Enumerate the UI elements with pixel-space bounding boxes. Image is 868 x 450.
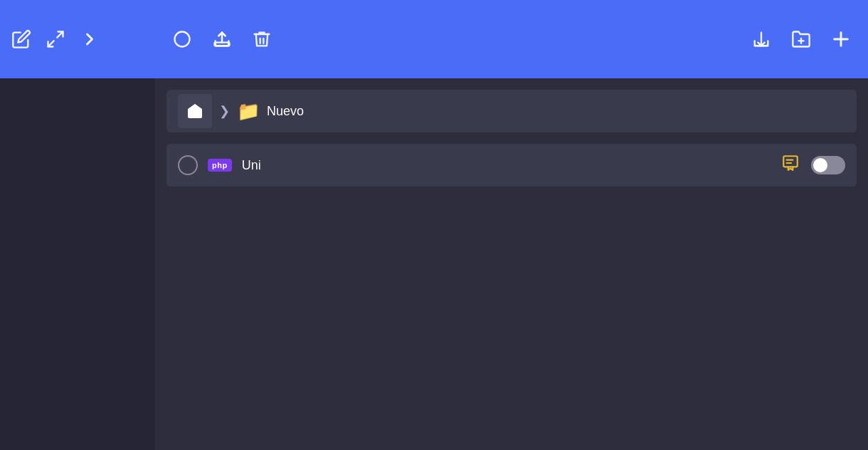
add-icon[interactable]: [831, 29, 851, 49]
svg-line-1: [48, 41, 54, 46]
file-name: Uni: [242, 158, 771, 173]
share-icon[interactable]: [212, 29, 232, 49]
expand-icon[interactable]: [46, 29, 65, 49]
sidebar: [0, 0, 155, 450]
comment-icon[interactable]: [781, 154, 800, 177]
file-item[interactable]: php Uni: [166, 144, 857, 187]
svg-point-2: [175, 32, 190, 47]
sidebar-toolbar: [0, 0, 155, 78]
circle-icon[interactable]: [172, 29, 192, 49]
php-badge: php: [208, 159, 232, 172]
file-radio[interactable]: [178, 155, 198, 175]
toggle-switch[interactable]: [811, 156, 845, 174]
toolbar-left-actions: [172, 29, 731, 49]
file-actions: [781, 154, 845, 177]
new-folder-icon[interactable]: [791, 29, 811, 49]
download-icon[interactable]: [751, 29, 771, 49]
forward-icon[interactable]: [80, 29, 100, 49]
sidebar-body: [0, 78, 155, 450]
breadcrumb-label: Nuevo: [267, 104, 304, 119]
edit-icon[interactable]: [11, 29, 31, 49]
main-toolbar: [155, 0, 868, 78]
trash-icon[interactable]: [252, 29, 272, 49]
main-area: ❯ 📁 Nuevo php Uni: [155, 0, 868, 450]
breadcrumb-chevron-icon: ❯: [219, 103, 230, 119]
folder-icon: 📁: [237, 100, 260, 122]
main-content: ❯ 📁 Nuevo php Uni: [155, 78, 868, 450]
breadcrumb: ❯ 📁 Nuevo: [166, 90, 857, 132]
svg-rect-11: [783, 156, 798, 167]
svg-line-0: [57, 32, 63, 38]
home-button[interactable]: [178, 94, 212, 128]
file-list: php Uni: [166, 144, 857, 187]
toolbar-right-actions: [751, 29, 851, 49]
